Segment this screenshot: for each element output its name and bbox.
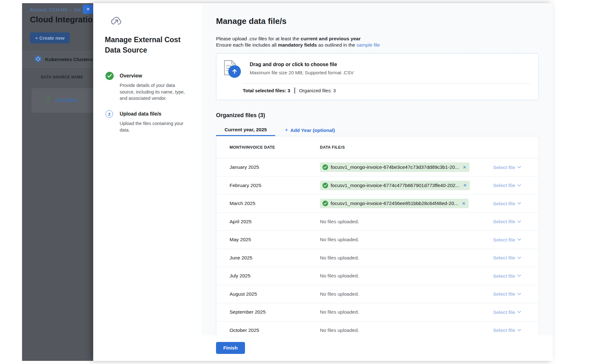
instruction-2-text: Ensure each file includes all	[216, 42, 278, 48]
chevron-down-icon	[517, 238, 521, 241]
table-body: January 2025 focusv1_mongo-invoice-674be…	[216, 158, 538, 335]
organized-files-label: Organized files:	[299, 88, 332, 93]
select-file-dropdown[interactable]: Select file	[493, 310, 521, 315]
drawer-footer: Finish	[202, 335, 553, 361]
month-cell: July 2025	[230, 273, 320, 279]
select-file-cell: Select file	[493, 327, 531, 333]
instruction-line-1: Please upload .csv files for at least th…	[216, 36, 538, 42]
total-selected-files: Total selected files: 3	[243, 88, 290, 93]
dropzone-subtitle: Maximum file size 20 MB; Supported forma…	[250, 70, 354, 75]
empty-cell-text: No files uploaded.	[320, 291, 359, 297]
step-overview-label[interactable]: Overview	[120, 73, 142, 79]
select-file-label: Select file	[493, 273, 515, 279]
select-file-dropdown[interactable]: Select file	[493, 291, 521, 297]
chevron-down-icon	[517, 220, 521, 223]
dropzone-text: Drag and drop or click to choose file Ma…	[250, 60, 354, 78]
data-source-row[interactable]: test-jbisht	[31, 88, 93, 113]
select-file-label: Select file	[493, 327, 515, 333]
file-chip-label: focusv1_mongo-invoice-672456ee851bbb28c6…	[331, 201, 458, 206]
dropzone-divider	[243, 83, 531, 83]
chevron-down-icon	[517, 311, 521, 313]
tab-kubernetes-clusters[interactable]: Kubernetes Clusters	[22, 51, 93, 68]
data-file-cell: No files uploaded.	[320, 273, 493, 279]
select-file-dropdown[interactable]: Select file	[493, 183, 521, 188]
file-chip-label: focusv1_mongo-invoice-6774c477b667901d77…	[331, 183, 459, 188]
empty-cell-text: No files uploaded.	[320, 219, 359, 224]
select-file-label: Select file	[493, 255, 515, 260]
table-header-row: MONTH/INVOICE DATE DATA FILE/S	[216, 136, 538, 158]
manage-data-source-drawer: Manage External Cost Data Source Overvie…	[93, 3, 553, 361]
empty-cell-text: No files uploaded.	[320, 237, 359, 242]
step-complete-check-icon	[105, 72, 114, 80]
wizard-title: Manage External Cost Data Source	[105, 35, 188, 55]
sample-file-link[interactable]: sample file	[356, 42, 380, 48]
total-selected-label: Total selected files:	[243, 88, 286, 93]
select-file-dropdown[interactable]: Select file	[493, 255, 521, 260]
instruction-1-text: Please upload .csv files for at least th…	[216, 36, 301, 41]
month-cell: August 2025	[230, 291, 320, 297]
dropzone-totals: Total selected files: 3 Organized files:…	[216, 88, 538, 94]
remove-file-icon[interactable]: ✕	[462, 202, 465, 206]
chevron-down-icon	[517, 329, 521, 332]
column-header-data-files: DATA FILE/S	[320, 145, 493, 150]
select-file-dropdown[interactable]: Select file	[493, 273, 521, 279]
chevron-down-icon	[517, 184, 521, 187]
select-file-label: Select file	[493, 237, 515, 242]
month-cell: March 2025	[230, 201, 320, 206]
file-chip-label: focusv1_mongo-invoice-674be3ce47c73d37dd…	[331, 164, 459, 170]
dropzone-main-row: Drag and drop or click to choose file Ma…	[216, 54, 538, 78]
select-file-label: Select file	[493, 219, 515, 224]
wizard-side-panel: Manage External Cost Data Source Overvie…	[93, 3, 202, 361]
total-selected-value: 3	[287, 88, 290, 93]
file-chip: focusv1_mongo-invoice-6774c477b667901d77…	[320, 181, 470, 190]
breadcrumb-next[interactable]: Set	[74, 7, 81, 12]
remove-file-icon[interactable]: ✕	[463, 165, 466, 170]
table-row: March 2025 focusv1_mongo-invoice-672456e…	[216, 195, 538, 213]
tab-add-year-label: Add Year (optional)	[290, 128, 335, 133]
table-row: February 2025 focusv1_mongo-invoice-6774…	[216, 177, 538, 195]
month-cell: February 2025	[230, 183, 320, 188]
file-dropzone[interactable]: Drag and drop or click to choose file Ma…	[216, 53, 539, 100]
breadcrumb-separator-icon: ›	[70, 7, 71, 12]
tab-current-year[interactable]: Current year, 2025	[216, 124, 275, 136]
file-uploaded-check-icon	[322, 183, 328, 188]
data-file-cell: focusv1_mongo-invoice-674be3ce47c73d37dd…	[320, 162, 493, 172]
remove-file-icon[interactable]: ✕	[463, 183, 467, 188]
instruction-2-bold: mandatory fields	[278, 42, 317, 48]
select-file-label: Select file	[493, 291, 515, 297]
data-file-cell: No files uploaded.	[320, 309, 493, 315]
select-file-cell: Select file	[493, 273, 531, 279]
chevron-down-icon	[517, 257, 521, 259]
data-source-name-link[interactable]: test-jbisht	[55, 97, 78, 103]
table-row: August 2025 No files uploaded. Select fi…	[216, 285, 538, 304]
select-file-cell: Select file	[493, 183, 531, 188]
step-upload-label[interactable]: Upload data file/s	[120, 111, 161, 117]
data-file-cell: No files uploaded.	[320, 237, 493, 242]
chevron-down-icon	[517, 275, 521, 277]
select-file-cell: Select file	[493, 219, 531, 224]
select-file-dropdown[interactable]: Select file	[493, 165, 521, 170]
select-file-dropdown[interactable]: Select file	[493, 327, 521, 333]
select-file-cell: Select file	[493, 165, 531, 170]
select-file-cell: Select file	[493, 237, 531, 242]
close-icon[interactable]: ✕	[83, 5, 93, 14]
kubernetes-icon	[35, 55, 42, 64]
finish-button[interactable]: Finish	[216, 342, 245, 354]
empty-cell-text: No files uploaded.	[320, 273, 359, 278]
select-file-label: Select file	[493, 183, 515, 188]
tab-add-year[interactable]: + Add Year (optional)	[285, 127, 335, 134]
select-file-dropdown[interactable]: Select file	[493, 237, 521, 242]
select-file-dropdown[interactable]: Select file	[493, 219, 521, 224]
organized-files-count: Organized files: 3	[299, 88, 336, 93]
file-chip: focusv1_mongo-invoice-674be3ce47c73d37dd…	[320, 162, 470, 172]
step-2-number-badge: 2	[105, 110, 113, 118]
totals-separator	[294, 88, 295, 94]
select-file-label: Select file	[493, 165, 515, 170]
breadcrumb-account[interactable]: Account: CCM-NG	[30, 7, 68, 12]
create-new-button[interactable]: + Create new	[30, 32, 70, 43]
organized-files-heading: Organized files (3)	[216, 112, 538, 119]
column-header-month: MONTH/INVOICE DATE	[230, 145, 320, 150]
data-file-cell: focusv1_mongo-invoice-6774c477b667901d77…	[320, 181, 493, 190]
select-file-dropdown[interactable]: Select file	[493, 201, 521, 206]
month-cell: May 2025	[230, 237, 320, 242]
